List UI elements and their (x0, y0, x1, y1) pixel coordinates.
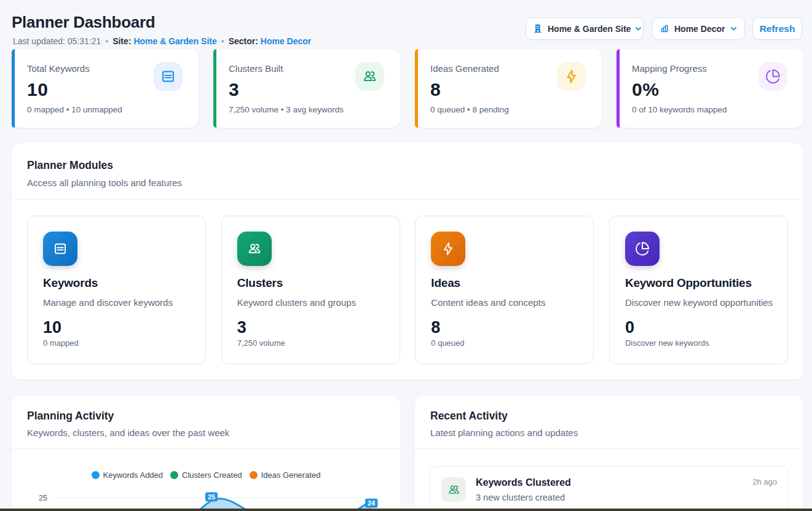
svg-text:25: 25 (39, 494, 47, 502)
svg-text:25: 25 (208, 493, 215, 501)
svg-text:24: 24 (368, 499, 376, 507)
